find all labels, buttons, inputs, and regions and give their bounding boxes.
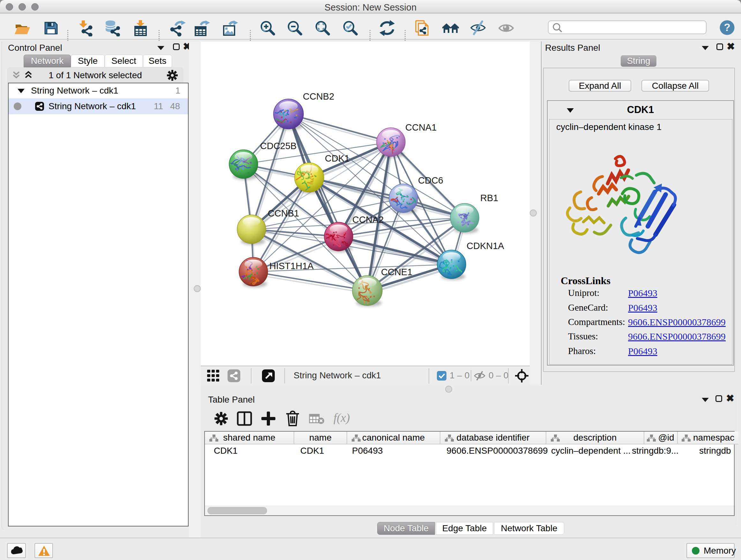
svg-text:CCNE1: CCNE1: [381, 267, 412, 277]
svg-text:CCNA1: CCNA1: [405, 122, 436, 132]
svg-text:CCNB1: CCNB1: [268, 208, 299, 219]
svg-text:CCNB2: CCNB2: [303, 91, 334, 102]
svg-text:CDKN1A: CDKN1A: [467, 241, 504, 251]
svg-text:CDC6: CDC6: [418, 175, 443, 186]
svg-text:HIST1H1A: HIST1H1A: [269, 261, 314, 271]
svg-text:CDK1: CDK1: [325, 153, 349, 164]
svg-text:?: ?: [724, 21, 730, 33]
svg-text:RB1: RB1: [480, 193, 498, 203]
svg-text:CCNA2: CCNA2: [352, 214, 384, 225]
svg-text:CDC25B: CDC25B: [260, 141, 296, 151]
